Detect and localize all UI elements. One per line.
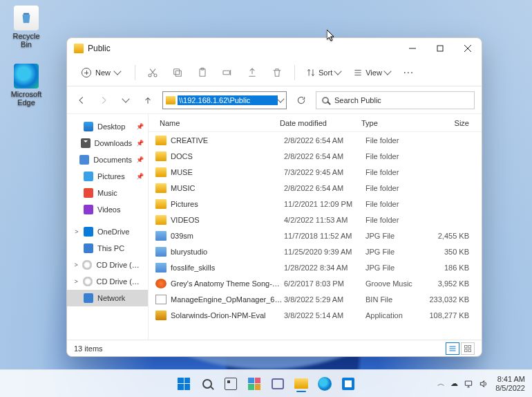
file-type: File folder xyxy=(365,136,421,145)
sidebar-item-cd-drive-e-cc[interactable]: >CD Drive (E:) CC xyxy=(67,273,148,290)
desktop-icon-recycle-bin[interactable]: Recycle Bin xyxy=(7,6,46,48)
file-name: Pictures xyxy=(171,200,284,208)
address-bar[interactable] xyxy=(162,91,287,109)
pin-icon: 📌 xyxy=(136,123,144,130)
file-name: Grey's Anatomy Theme Song-BuY5H_IAy... xyxy=(171,279,284,288)
file-date: 1/28/2022 8:34 AM xyxy=(284,264,365,272)
col-type[interactable]: Type xyxy=(361,119,417,127)
titlebar[interactable]: Public xyxy=(67,38,482,59)
svg-rect-21 xyxy=(466,380,472,385)
sidebar-item-this-pc[interactable]: This PC xyxy=(67,240,148,257)
explorer-button[interactable] xyxy=(292,374,311,394)
folder-icon xyxy=(84,172,93,181)
file-type: File folder xyxy=(365,184,421,192)
sidebar-item-cd-drive-d-cc[interactable]: >CD Drive (D:) CC xyxy=(67,257,148,273)
more-button[interactable]: ··· xyxy=(399,62,419,83)
file-row[interactable]: CREATIVE2/8/2022 6:54 AMFile folder xyxy=(149,132,482,148)
file-type: File folder xyxy=(365,200,421,208)
new-button[interactable]: New xyxy=(74,64,128,81)
file-row[interactable]: blurystudio11/25/2020 9:39 AMJPG File350… xyxy=(149,243,482,259)
chevron-down-icon[interactable] xyxy=(276,95,284,102)
drive-icon xyxy=(84,293,93,303)
file-type: JPG File xyxy=(365,232,421,240)
sidebar-item-label: This PC xyxy=(97,244,124,252)
chat-button[interactable] xyxy=(268,374,287,394)
file-size: 350 KB xyxy=(421,248,482,256)
view-button[interactable]: View xyxy=(349,65,395,80)
col-date[interactable]: Date modified xyxy=(280,119,361,127)
forward-button[interactable] xyxy=(96,93,111,108)
chevron-up-icon[interactable]: ︿ xyxy=(437,378,445,389)
network-tray-icon[interactable] xyxy=(464,379,473,389)
sidebar-item-network[interactable]: Network xyxy=(67,290,148,306)
sidebar-item-label: Downloads xyxy=(95,139,132,147)
recent-button[interactable] xyxy=(118,93,133,108)
store-button[interactable] xyxy=(339,374,358,394)
clock[interactable]: 8:41 AM 8/5/2022 xyxy=(495,375,525,391)
file-date: 2/8/2022 6:54 AM xyxy=(284,152,365,160)
file-date: 6/2/2017 8:03 PM xyxy=(284,279,365,288)
sidebar-item-label: Documents xyxy=(93,156,132,164)
share-button[interactable] xyxy=(242,62,263,83)
sidebar-item-videos[interactable]: Videos xyxy=(67,201,148,218)
file-row[interactable]: VIDEOS4/2/2022 11:53 AMFile folder xyxy=(149,212,482,228)
search-button[interactable] xyxy=(198,374,217,394)
sidebar: Desktop📌Downloads📌Documents📌Pictures📌Mus… xyxy=(67,114,149,340)
back-button[interactable] xyxy=(74,93,89,108)
file-type: Groove Music xyxy=(365,279,421,288)
volume-tray-icon[interactable] xyxy=(479,379,488,389)
close-button[interactable] xyxy=(454,38,482,59)
file-row[interactable]: Pictures11/2/2021 12:09 PMFile folder xyxy=(149,196,482,212)
file-size: 3,952 KB xyxy=(421,279,482,288)
sort-button[interactable]: Sort xyxy=(302,65,345,80)
drive-icon xyxy=(84,243,93,253)
nav-row: Search Public xyxy=(67,86,482,114)
start-button[interactable] xyxy=(174,374,193,394)
file-row[interactable]: Grey's Anatomy Theme Song-BuY5H_IAy...6/… xyxy=(149,275,482,291)
file-row[interactable]: fosslife_skills1/28/2022 8:34 AMJPG File… xyxy=(149,259,482,275)
sidebar-item-onedrive[interactable]: >OneDrive xyxy=(67,223,148,240)
file-row[interactable]: MUSE7/3/2022 9:45 AMFile folder xyxy=(149,164,482,180)
task-view-button[interactable] xyxy=(221,374,240,394)
file-row[interactable]: DOCS2/8/2022 6:54 AMFile folder xyxy=(149,148,482,164)
paste-button[interactable] xyxy=(192,62,213,83)
file-date: 11/25/2020 9:39 AM xyxy=(284,248,365,256)
edge-button[interactable] xyxy=(315,374,334,394)
file-row[interactable]: 039sm11/7/2018 11:52 AMJPG File2,455 KB xyxy=(149,228,482,243)
svg-rect-6 xyxy=(175,71,181,76)
address-input[interactable] xyxy=(178,95,278,105)
folder-icon xyxy=(84,122,93,131)
delete-button[interactable] xyxy=(267,62,287,83)
copy-button[interactable] xyxy=(167,62,188,83)
widgets-button[interactable] xyxy=(245,374,264,394)
file-size: 108,277 KB xyxy=(421,311,482,320)
search-box[interactable]: Search Public xyxy=(316,91,475,109)
sidebar-item-desktop[interactable]: Desktop📌 xyxy=(67,118,148,135)
chevron-down-icon xyxy=(334,67,342,75)
rename-button[interactable] xyxy=(217,62,238,83)
cut-button[interactable] xyxy=(142,62,163,83)
sidebar-item-music[interactable]: Music xyxy=(67,185,148,201)
file-row[interactable]: Solarwinds-Orion-NPM-Eval3/8/2022 5:14 A… xyxy=(149,307,482,323)
refresh-button[interactable] xyxy=(294,93,309,108)
col-name[interactable]: Name xyxy=(149,119,280,127)
svg-point-4 xyxy=(149,74,151,77)
up-button[interactable] xyxy=(140,93,155,108)
onedrive-tray-icon[interactable]: ☁ xyxy=(450,379,458,388)
file-row[interactable]: MUSIC2/8/2022 6:54 AMFile folder xyxy=(149,180,482,196)
sidebar-item-label: Music xyxy=(97,189,117,197)
minimize-button[interactable] xyxy=(399,38,426,59)
thumbnail-view-button[interactable] xyxy=(461,342,475,355)
desktop-icon-edge[interactable]: Microsoft Edge xyxy=(7,64,46,107)
file-icon xyxy=(155,167,167,177)
folder-icon xyxy=(74,44,84,53)
sidebar-item-documents[interactable]: Documents📌 xyxy=(67,151,148,168)
maximize-button[interactable] xyxy=(426,38,454,59)
file-icon xyxy=(155,279,167,288)
details-view-button[interactable] xyxy=(446,342,459,355)
sidebar-item-pictures[interactable]: Pictures📌 xyxy=(67,168,148,185)
col-size[interactable]: Size xyxy=(417,119,482,127)
file-row[interactable]: ManageEngine_OpManager_64bit.bin3/8/2022… xyxy=(149,291,482,307)
sidebar-item-downloads[interactable]: Downloads📌 xyxy=(67,135,148,151)
system-tray[interactable]: ︿ ☁ 8:41 AM 8/5/2022 xyxy=(437,375,532,391)
